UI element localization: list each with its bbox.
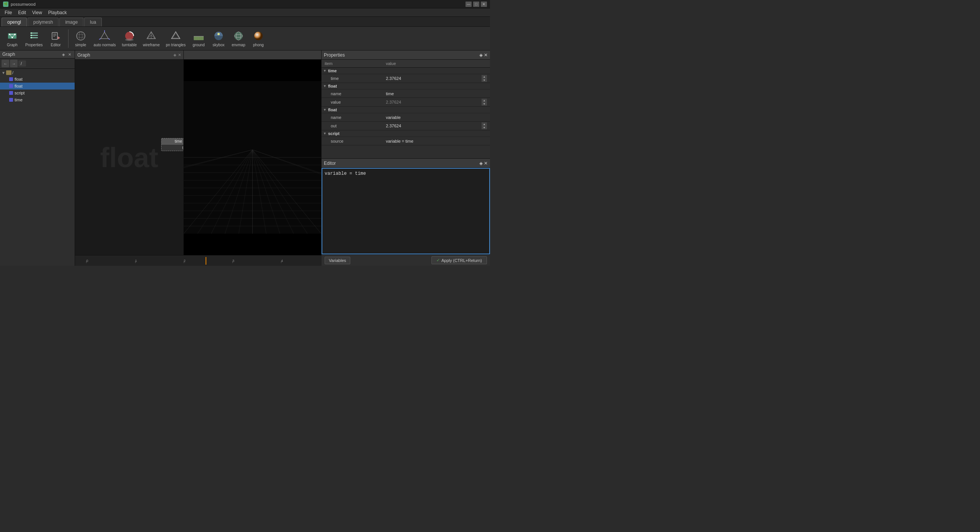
props-spin-dn-time[interactable]: ▼ [482,78,487,82]
toolbar-wireframe-btn[interactable]: wireframe [140,28,162,49]
props-input-time-time[interactable] [386,76,482,81]
time-node[interactable]: time time [161,138,183,151]
toolbar-graph-btn[interactable]: Graph [3,28,21,49]
canvas-pin-icon[interactable]: ◈ [173,53,176,57]
tree-item-script[interactable]: script [0,89,75,96]
props-spin-dn-float1[interactable]: ▼ [482,102,487,106]
editor-textarea[interactable]: variable = time [325,171,487,251]
tree-item-time[interactable]: time [0,96,75,103]
tl-playhead[interactable] [206,257,206,265]
graph-nav-path[interactable]: / [18,60,26,67]
menu-file[interactable]: File [2,9,15,16]
props-value-script-source[interactable] [383,138,490,144]
toolbar-auto-normals-btn[interactable]: auto normals [91,28,118,49]
wireframe-btn-label: wireframe [143,43,160,47]
tab-opengl[interactable]: opengl [2,18,27,26]
svg-rect-13 [52,33,57,39]
menu-edit[interactable]: Edit [15,9,29,16]
tab-lua[interactable]: lua [84,18,102,26]
timeline[interactable]: 0 1 2 3 4 [75,255,322,266]
phong-btn-label: phong [253,43,264,47]
minimize-button[interactable]: — [466,2,472,7]
variables-button[interactable]: Variables [325,257,350,264]
props-col-value-header: value [383,60,490,67]
tab-polymesh[interactable]: polymesh [28,18,59,26]
props-time-chevron: ▼ [323,69,327,73]
props-section-time-header[interactable]: ▼ time [322,68,490,74]
tab-image[interactable]: image [59,18,83,26]
props-input-float2-name[interactable] [386,115,487,120]
graph-tree-root: ▼ / [0,70,75,76]
svg-point-20 [79,32,82,40]
toolbar-envmap-btn[interactable]: envmap [229,28,248,49]
props-input-float2-out[interactable] [386,124,482,128]
tree-root-arrow[interactable]: ▼ [2,71,5,75]
toolbar-pn-triangles-btn[interactable]: pn triangles [163,28,188,49]
tree-item-float-1[interactable]: float [0,76,75,83]
skybox-icon [212,30,225,42]
toolbar-turntable-btn[interactable]: turntable [119,28,139,49]
editor-content-area[interactable]: variable = time [322,168,490,254]
props-name-float1-name: name [322,91,383,97]
props-value-float2-out[interactable]: ▲ ▼ [383,122,490,130]
viewport-canvas[interactable] [184,60,321,255]
pn-triangles-btn-label: pn triangles [166,43,186,47]
props-spin-up-float2[interactable]: ▲ [482,122,487,126]
menu-playback[interactable]: Playback [45,9,70,16]
app-icon: 🌿 [3,2,8,7]
right-panels: Properties ◈ ✕ item value ▼ time [322,50,490,266]
apply-button[interactable]: ✓ Apply (CTRL+Return) [431,256,487,264]
skybox-btn-label: skybox [212,43,224,47]
3d-grid [184,60,321,255]
toolbar-editor-btn[interactable]: Editor [47,28,65,49]
toolbar-phong-btn[interactable]: phong [249,28,268,49]
auto-normals-icon [98,30,111,42]
editor-icon [50,30,62,42]
props-value-float1-name[interactable] [383,91,490,97]
tree-item-label-script: script [15,91,24,95]
graph-nav-back[interactable]: ← [2,60,9,67]
graph-tree: ▼ / float float script time [0,69,75,266]
tl-tick-0 [86,261,87,263]
svg-rect-34 [194,36,204,40]
props-value-float1-value[interactable]: ▲ ▼ [383,98,490,106]
graph-pin-icon[interactable]: ◈ [61,52,66,57]
node-icon-float-2 [9,84,13,88]
node-icon-time [9,98,13,102]
graph-close-icon[interactable]: ✕ [67,52,72,57]
editor-close-icon[interactable]: ✕ [484,161,488,166]
props-spin-dn-float2[interactable]: ▼ [482,126,487,129]
maximize-button[interactable]: □ [473,2,479,7]
canvas-close-icon[interactable]: ✕ [178,53,181,57]
svg-point-41 [217,33,220,35]
props-section-script-header[interactable]: ▼ script [322,130,490,137]
props-value-time-time[interactable]: ▲ ▼ [383,74,490,83]
svg-marker-17 [58,36,60,39]
props-input-script-source[interactable] [386,139,487,143]
props-input-float1-value[interactable] [386,100,482,104]
props-float-1-chevron: ▼ [323,84,327,88]
props-input-float1-name[interactable] [386,91,487,96]
properties-pin-icon[interactable]: ◈ [479,52,483,58]
pn-triangles-icon [170,30,182,42]
props-spin-up-float1[interactable]: ▲ [482,99,487,102]
node-canvas[interactable]: float time time [75,60,183,255]
props-section-float-1: ▼ float name value ▲ [322,83,490,107]
toolbar-properties-btn[interactable]: Properties [23,28,45,49]
props-value-float2-name[interactable] [383,114,490,120]
editor-pin-icon[interactable]: ◈ [479,161,483,166]
toolbar-simple-btn[interactable]: simple [72,28,90,49]
properties-close-icon[interactable]: ✕ [484,52,488,58]
props-spin-up-time[interactable]: ▲ [482,75,487,78]
graph-nav-fwd[interactable]: → [10,60,18,67]
graph-btn-label: Graph [7,43,18,47]
toolbar-skybox-btn[interactable]: skybox [209,28,228,49]
props-section-float-1-header[interactable]: ▼ float [322,83,490,89]
close-button[interactable]: ✕ [481,2,487,7]
tree-item-float-2[interactable]: float [0,83,75,89]
menu-view[interactable]: View [29,9,45,16]
props-section-float-2-header[interactable]: ▼ float [322,107,490,113]
toolbar-ground-btn[interactable]: ground [189,28,208,49]
props-col-headers: item value [322,60,490,68]
graph-panel-header: Graph ◈ ✕ [0,50,75,59]
